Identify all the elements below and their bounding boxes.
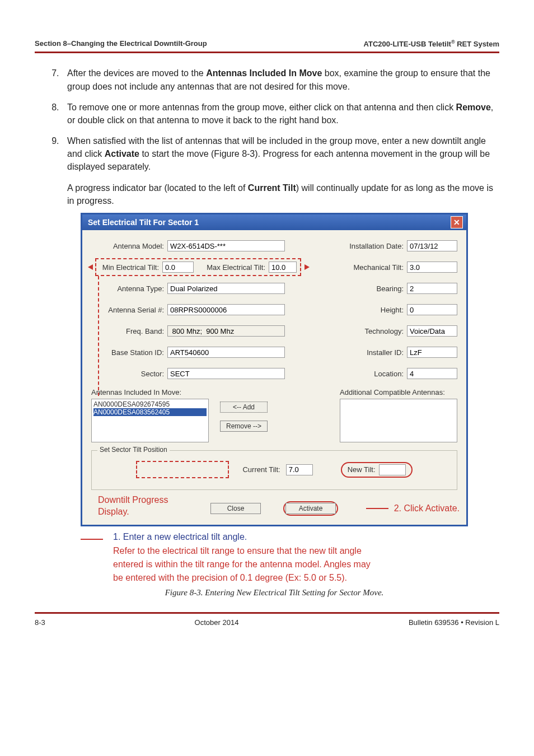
row-freq: Freq. Band: Technology: <box>91 324 457 338</box>
label-antenna-type: Antenna Type: <box>91 284 167 293</box>
row-sector: Sector: Location: <box>91 367 457 380</box>
label-tech: Technology: <box>342 327 407 335</box>
footer-right: Bulletin 639536 • Revision L <box>354 618 499 627</box>
close-button[interactable]: Close <box>210 503 261 514</box>
new-tilt-highlight: New Tilt: <box>341 462 413 478</box>
instruction-item-9: When satisfied with the list of antennas… <box>62 134 499 174</box>
add-button[interactable]: <-- Add <box>220 402 268 413</box>
sector-tilt-group: Set Sector Tilt Position Current Tilt: N… <box>91 450 457 490</box>
footer-center: October 2014 <box>79 618 354 627</box>
current-tilt-field <box>286 464 313 475</box>
figure-caption: Figure 8-3. Entering New Electrical Tilt… <box>81 588 468 598</box>
label-sector: Sector: <box>91 370 167 378</box>
dialog-window: Set Electrical Tilt For Sector 1 ✕ Anten… <box>81 213 468 526</box>
row-antenna-model: Antenna Model: Installation Date: <box>91 239 457 253</box>
remove-button[interactable]: Remove --> <box>220 421 268 432</box>
row-base-id: Base Station ID: Installer ID: <box>91 346 457 359</box>
compat-listbox[interactable] <box>340 399 457 442</box>
row-serial: Antenna Serial #: Height: <box>91 303 457 316</box>
label-mech-tilt: Mechanical Tilt: <box>342 263 407 272</box>
add-remove-buttons: <-- Add Remove --> <box>220 402 268 432</box>
header-left: Section 8–Changing the Electrical Downti… <box>35 39 207 48</box>
label-new-tilt: New Tilt: <box>348 465 376 474</box>
tech-field[interactable] <box>407 325 457 337</box>
freq-field <box>167 325 285 337</box>
instruction-list: After the devices are moved to the Anten… <box>35 67 499 173</box>
label-base-id: Base Station ID: <box>91 348 167 357</box>
label-freq: Freq. Band: <box>91 327 167 335</box>
label-height: Height: <box>342 306 407 314</box>
activate-button[interactable]: Activate <box>285 503 336 514</box>
tilt-range-highlight: Min Electrical Tilt: Max Electrical Tilt… <box>95 258 301 276</box>
label-max-tilt: Max Electrical Tilt: <box>194 263 269 272</box>
dialog-screenshot: Set Electrical Tilt For Sector 1 ✕ Anten… <box>81 213 468 598</box>
annotation-arrow-icon <box>88 264 93 270</box>
annotation-note: Refer to the electrical tilt range to en… <box>113 544 468 585</box>
compat-col: Additional Compatible Antennas: <box>340 388 457 442</box>
new-tilt-field[interactable] <box>379 464 406 475</box>
install-date-field[interactable] <box>407 240 457 251</box>
label-location: Location: <box>342 370 407 378</box>
list-item[interactable]: AN0000DESA083562405 <box>93 408 207 416</box>
after-9-paragraph: A progress indicator bar (located to the… <box>67 181 499 207</box>
page-footer: 8-3 October 2014 Bulletin 639536 • Revis… <box>35 612 499 627</box>
instruction-item-8: To remove one or more antennas from the … <box>62 101 499 127</box>
bearing-field[interactable] <box>407 283 457 294</box>
antenna-model-field[interactable] <box>167 240 285 251</box>
max-tilt-field[interactable] <box>269 262 297 273</box>
antenna-lists: Antennas Included In Move: AN0000DESA092… <box>91 388 457 442</box>
annotation-arrow-icon <box>305 264 310 270</box>
base-id-field[interactable] <box>167 347 285 358</box>
footer-pageno: 8-3 <box>35 618 79 627</box>
header-right: ATC200-LITE-USB Teletilt® RET System <box>364 39 499 48</box>
location-field[interactable] <box>407 368 457 379</box>
antenna-type-field[interactable] <box>167 283 285 294</box>
row-tilt-range: Min Electrical Tilt: Max Electrical Tilt… <box>91 260 457 274</box>
page-header: Section 8–Changing the Electrical Downti… <box>35 39 499 53</box>
close-icon[interactable]: ✕ <box>451 216 463 228</box>
mech-tilt-field[interactable] <box>407 262 457 273</box>
current-tilt-highlight <box>136 461 229 478</box>
label-install-date: Installation Date: <box>342 242 407 250</box>
row-antenna-type: Antenna Type: Bearing: <box>91 282 457 295</box>
list-item[interactable]: AN0000DESA092674595 <box>93 400 207 408</box>
label-serial: Antenna Serial #: <box>91 306 167 314</box>
annotation-click-activate: 2. Click Activate. <box>366 503 460 514</box>
installer-field[interactable] <box>407 347 457 358</box>
label-bearing: Bearing: <box>342 284 407 293</box>
min-tilt-field[interactable] <box>162 262 194 273</box>
dialog-body: Antenna Model: Installation Date: Min El… <box>82 230 466 525</box>
activate-highlight: Activate <box>283 501 338 516</box>
label-antenna-model: Antenna Model: <box>91 242 167 250</box>
label-included: Antennas Included In Move: <box>91 388 209 396</box>
label-compat: Additional Compatible Antennas: <box>340 388 457 396</box>
included-col: Antennas Included In Move: AN0000DESA092… <box>91 388 209 442</box>
serial-field[interactable] <box>167 304 285 315</box>
included-listbox[interactable]: AN0000DESA092674595 AN0000DESA083562405 <box>91 399 209 442</box>
annotation-left-dash <box>98 276 99 396</box>
annotation-line <box>81 539 103 540</box>
sector-tilt-legend: Set Sector Tilt Position <box>97 446 170 454</box>
dialog-title: Set Electrical Tilt For Sector 1 <box>88 218 199 227</box>
annotation-downtilt: Downtilt ProgressDisplay. <box>98 494 168 518</box>
label-current-tilt: Current Tilt: <box>242 465 280 474</box>
label-min-tilt: Min Electrical Tilt: <box>96 263 162 272</box>
step1-text: 1. Enter a new electrical tilt angle. <box>113 532 247 542</box>
dialog-titlebar: Set Electrical Tilt For Sector 1 ✕ <box>82 214 466 230</box>
annotation-line <box>366 508 388 509</box>
label-installer: Installer ID: <box>342 348 407 357</box>
annotation-step1: 1. Enter a new electrical tilt angle. <box>81 532 468 542</box>
tilt-row: Current Tilt: New Tilt: <box>102 461 447 478</box>
height-field[interactable] <box>407 304 457 315</box>
instruction-item-7: After the devices are moved to the Anten… <box>62 67 499 92</box>
page: Section 8–Changing the Electrical Downti… <box>0 0 534 649</box>
sector-field[interactable] <box>167 368 285 379</box>
